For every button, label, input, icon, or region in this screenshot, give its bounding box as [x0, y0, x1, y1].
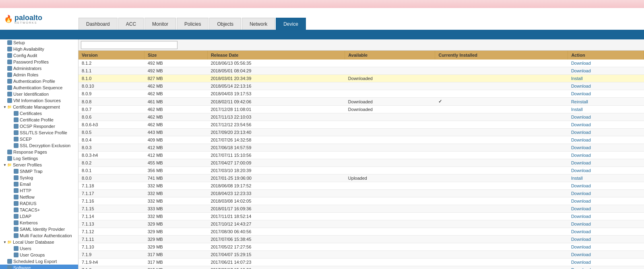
- sidebar-item-ldap[interactable]: LDAP: [0, 213, 78, 220]
- sidebar-item-vm-information-sources[interactable]: VM Information Sources: [0, 97, 78, 104]
- tab-monitor[interactable]: Monitor: [144, 18, 176, 30]
- sidebar-item-administrators[interactable]: Administrators: [0, 65, 78, 72]
- tab-acc[interactable]: ACC: [118, 18, 144, 30]
- tab-dashboard[interactable]: Dashboard: [78, 18, 118, 30]
- sidebar-item-saml-identity-provider[interactable]: SAML Identity Provider: [0, 226, 78, 232]
- sidebar-item-authentication-profile[interactable]: Authentication Profile: [0, 78, 78, 84]
- sidebar-item-user-identification[interactable]: User Identification: [0, 91, 78, 97]
- cell-action[interactable]: Download: [568, 60, 644, 67]
- install-link[interactable]: Install: [571, 176, 583, 181]
- tab-device[interactable]: Device: [276, 18, 306, 30]
- sidebar-item-netflow[interactable]: Netflow: [0, 194, 78, 200]
- download-link[interactable]: Download: [571, 84, 591, 88]
- install-link[interactable]: Install: [571, 76, 583, 81]
- download-link[interactable]: Download: [571, 183, 591, 188]
- cell-action[interactable]: Install: [568, 75, 644, 82]
- cell-action[interactable]: Download: [568, 113, 644, 121]
- sidebar-item-server-profiles[interactable]: ▼📁Server Profiles: [0, 162, 78, 168]
- download-link[interactable]: Download: [571, 252, 591, 257]
- sidebar-item-radius[interactable]: RADIUS: [0, 200, 78, 207]
- download-link[interactable]: Download: [571, 237, 591, 242]
- download-link[interactable]: Download: [571, 244, 591, 249]
- download-link[interactable]: Download: [571, 199, 591, 203]
- sidebar-item-admin-roles[interactable]: Admin Roles: [0, 72, 78, 78]
- download-link[interactable]: Download: [571, 229, 591, 234]
- cell-action[interactable]: Download: [568, 190, 644, 197]
- download-link[interactable]: Download: [571, 267, 591, 269]
- download-link[interactable]: Download: [571, 153, 591, 158]
- download-link[interactable]: Download: [571, 191, 591, 196]
- cell-action[interactable]: Download: [568, 228, 644, 236]
- sidebar-item-users[interactable]: Users: [0, 245, 78, 252]
- cell-action[interactable]: Install: [568, 106, 644, 113]
- sidebar-item-kerberos[interactable]: Kerberos: [0, 220, 78, 226]
- tab-network[interactable]: Network: [242, 18, 275, 30]
- install-link[interactable]: Install: [571, 107, 583, 112]
- cell-action[interactable]: Download: [568, 243, 644, 251]
- sidebar-item-authentication-sequence[interactable]: Authentication Sequence: [0, 84, 78, 91]
- cell-action[interactable]: Download: [568, 67, 644, 75]
- tab-objects[interactable]: Objects: [209, 18, 241, 30]
- download-link[interactable]: Download: [571, 145, 591, 150]
- download-link[interactable]: Download: [571, 222, 591, 226]
- sidebar-item-http[interactable]: HTTP: [0, 187, 78, 194]
- sidebar-item-scheduled-log-export[interactable]: Scheduled Log Export: [0, 258, 78, 265]
- cell-action[interactable]: Download: [568, 213, 644, 220]
- tab-policies[interactable]: Policies: [177, 18, 208, 30]
- download-link[interactable]: Download: [571, 61, 591, 66]
- cell-action[interactable]: Download: [568, 182, 644, 190]
- download-link[interactable]: Download: [571, 260, 591, 265]
- cell-action[interactable]: Download: [568, 144, 644, 152]
- sidebar-item-config-audit[interactable]: Config Audit: [0, 52, 78, 59]
- download-link[interactable]: Download: [571, 168, 591, 173]
- sidebar-item-ssl-decryption-exclusion[interactable]: SSL Decryption Exclusion: [0, 142, 78, 149]
- sidebar-item-multi-factor-authentication[interactable]: Multi Factor Authentication: [0, 232, 78, 239]
- download-link[interactable]: Download: [571, 206, 591, 211]
- sidebar-item-tacacs+[interactable]: TACACS+: [0, 207, 78, 213]
- cell-action[interactable]: Download: [568, 129, 644, 136]
- download-link[interactable]: Download: [571, 214, 591, 219]
- sidebar-item-ssl/tls-service-profile[interactable]: SSL/TLS Service Profile: [0, 129, 78, 136]
- download-link[interactable]: Download: [571, 115, 591, 119]
- cell-action[interactable]: Download: [568, 205, 644, 213]
- cell-action[interactable]: Download: [568, 220, 644, 228]
- sidebar-item-certificate-profile[interactable]: Certificate Profile: [0, 117, 78, 123]
- cell-action[interactable]: Download: [568, 121, 644, 129]
- sidebar-item-software[interactable]: Software: [0, 265, 78, 269]
- sidebar-item-high-availability[interactable]: High Availability: [0, 46, 78, 52]
- cell-action[interactable]: Download: [568, 90, 644, 98]
- cell-action[interactable]: Download: [568, 82, 644, 90]
- cell-action[interactable]: Download: [568, 236, 644, 243]
- cell-action[interactable]: Download: [568, 167, 644, 175]
- cell-action[interactable]: Download: [568, 251, 644, 259]
- download-link[interactable]: Download: [571, 138, 591, 142]
- sidebar-item-log-settings[interactable]: Log Settings: [0, 155, 78, 162]
- sidebar-item-syslog[interactable]: Syslog: [0, 175, 78, 181]
- cell-action[interactable]: Download: [568, 259, 644, 266]
- cell-action[interactable]: Download: [568, 136, 644, 144]
- sidebar-item-certificates[interactable]: Certificates: [0, 110, 78, 117]
- sidebar-item-snmp-trap[interactable]: SNMP Trap: [0, 168, 78, 175]
- sidebar-item-password-profiles[interactable]: Password Profiles: [0, 59, 78, 65]
- download-link[interactable]: Download: [571, 68, 591, 73]
- cell-action[interactable]: Install: [568, 175, 644, 182]
- download-link[interactable]: Download: [571, 91, 591, 96]
- reinstall-link[interactable]: Reinstall: [571, 99, 588, 104]
- cell-action[interactable]: Download: [568, 152, 644, 159]
- sidebar-item-local-user-database[interactable]: ▼📁Local User Database: [0, 239, 78, 245]
- cell-action[interactable]: Download: [568, 159, 644, 167]
- cell-action[interactable]: Reinstall: [568, 98, 644, 106]
- download-link[interactable]: Download: [571, 130, 591, 135]
- search-input[interactable]: [81, 41, 178, 49]
- sidebar-item-ocsp-responder[interactable]: OCSP Responder: [0, 123, 78, 129]
- download-link[interactable]: Download: [571, 122, 591, 127]
- sidebar-item-certificate-management[interactable]: ▼📁Certificate Management: [0, 104, 78, 110]
- sidebar-item-user-groups[interactable]: User Groups: [0, 252, 78, 258]
- cell-action[interactable]: Download: [568, 197, 644, 205]
- sidebar-item-email[interactable]: Email: [0, 181, 78, 187]
- download-link[interactable]: Download: [571, 160, 591, 165]
- sidebar-item-scep[interactable]: SCEP: [0, 136, 78, 142]
- sidebar-item-response-pages[interactable]: Response Pages: [0, 149, 78, 155]
- cell-action[interactable]: Download: [568, 266, 644, 269]
- sidebar-item-setup[interactable]: Setup: [0, 39, 78, 46]
